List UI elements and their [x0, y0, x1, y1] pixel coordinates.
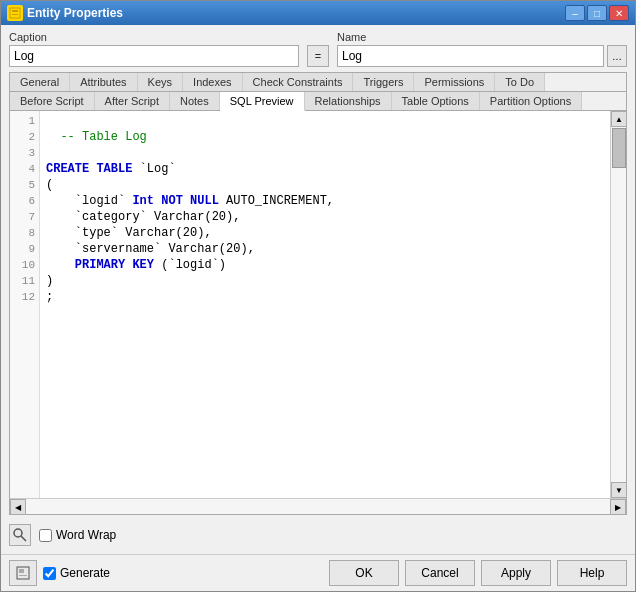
tab-row-1: General Attributes Keys Indexes Check Co… [10, 73, 626, 92]
svg-point-3 [14, 529, 22, 537]
svg-rect-2 [12, 14, 18, 15]
tab-check-constraints[interactable]: Check Constraints [243, 73, 354, 91]
tab-notes[interactable]: Notes [170, 92, 220, 110]
caption-input[interactable] [9, 45, 299, 67]
entity-icon [7, 5, 23, 21]
generate-label: Generate [60, 566, 110, 580]
tab-after-script[interactable]: After Script [95, 92, 170, 110]
entity-properties-window: Entity Properties – □ ✕ Caption = Name … [0, 0, 636, 592]
code-line-3 [46, 145, 604, 161]
line-num-10: 10 [10, 257, 39, 273]
line-num-5: 5 [10, 177, 39, 193]
word-wrap-checkbox[interactable] [39, 529, 52, 542]
name-field-group: Name … [337, 31, 627, 67]
scroll-thumb-v[interactable] [612, 128, 626, 168]
name-ellipsis-button[interactable]: … [607, 45, 627, 67]
svg-line-4 [21, 536, 26, 541]
apply-button[interactable]: Apply [481, 560, 551, 586]
title-bar-controls: – □ ✕ [565, 5, 629, 21]
line-num-11: 11 [10, 273, 39, 289]
svg-rect-6 [19, 569, 24, 573]
line-numbers: 1 2 3 4 5 6 7 8 9 10 11 12 [10, 111, 40, 498]
code-line-10: PRIMARY KEY (`logid`) [46, 257, 604, 273]
svg-rect-1 [12, 10, 18, 12]
line-num-1: 1 [10, 113, 39, 129]
tab-permissions[interactable]: Permissions [414, 73, 495, 91]
title-bar: Entity Properties – □ ✕ [1, 1, 635, 25]
line-num-3: 3 [10, 145, 39, 161]
ok-button[interactable]: OK [329, 560, 399, 586]
line-num-4: 4 [10, 161, 39, 177]
scroll-right-button[interactable]: ▶ [610, 499, 626, 515]
code-line-5: ( [46, 177, 604, 193]
tab-before-script[interactable]: Before Script [10, 92, 95, 110]
tab-to-do[interactable]: To Do [495, 73, 545, 91]
line-num-6: 6 [10, 193, 39, 209]
svg-rect-0 [10, 8, 20, 18]
code-line-9: `servername` Varchar(20), [46, 241, 604, 257]
close-button[interactable]: ✕ [609, 5, 629, 21]
cancel-button[interactable]: Cancel [405, 560, 475, 586]
code-line-6: `logid` Int NOT NULL AUTO_INCREMENT, [46, 193, 604, 209]
code-line-4: CREATE TABLE `Log` [46, 161, 604, 177]
line-num-12: 12 [10, 289, 39, 305]
tab-sql-preview[interactable]: SQL Preview [220, 92, 305, 111]
scroll-up-button[interactable]: ▲ [611, 111, 626, 127]
name-input[interactable] [337, 45, 604, 67]
tab-row-2: Before Script After Script Notes SQL Pre… [10, 92, 626, 111]
line-num-9: 9 [10, 241, 39, 257]
editor-area: 1 2 3 4 5 6 7 8 9 10 11 12 -- Table Log [10, 111, 626, 498]
generate-checkbox[interactable] [43, 567, 56, 580]
horizontal-scrollbar[interactable]: ◀ ▶ [10, 498, 626, 514]
content-area: Caption = Name … General Attributes Keys [1, 25, 635, 554]
help-button[interactable]: Help [557, 560, 627, 586]
word-wrap-checkbox-label[interactable]: Word Wrap [39, 528, 116, 542]
line-num-2: 2 [10, 129, 39, 145]
scroll-left-button[interactable]: ◀ [10, 499, 26, 515]
window-title: Entity Properties [27, 6, 123, 20]
tab-indexes[interactable]: Indexes [183, 73, 243, 91]
scroll-track-h[interactable] [26, 499, 610, 514]
tab-relationships[interactable]: Relationships [305, 92, 392, 110]
code-line-11: ) [46, 273, 604, 289]
code-line-8: `type` Varchar(20), [46, 225, 604, 241]
search-icon-btn[interactable] [9, 524, 31, 546]
code-line-2: -- Table Log [46, 129, 604, 145]
tab-triggers[interactable]: Triggers [353, 73, 414, 91]
caption-field-group: Caption [9, 31, 299, 67]
caption-label: Caption [9, 31, 299, 43]
equals-button[interactable]: = [307, 45, 329, 67]
tab-partition-options[interactable]: Partition Options [480, 92, 582, 110]
code-editor[interactable]: -- Table Log CREATE TABLE `Log` ( `logid… [40, 111, 610, 498]
title-bar-left: Entity Properties [7, 5, 123, 21]
code-line-7: `category` Varchar(20), [46, 209, 604, 225]
scroll-down-button[interactable]: ▼ [611, 482, 626, 498]
tab-table-options[interactable]: Table Options [392, 92, 480, 110]
svg-rect-7 [19, 575, 27, 576]
word-wrap-label: Word Wrap [56, 528, 116, 542]
tab-attributes[interactable]: Attributes [70, 73, 137, 91]
line-num-7: 7 [10, 209, 39, 225]
generate-checkbox-label[interactable]: Generate [43, 566, 110, 580]
scroll-track-v[interactable] [611, 127, 626, 482]
footer: Generate OK Cancel Apply Help [1, 554, 635, 591]
maximize-button[interactable]: □ [587, 5, 607, 21]
name-label: Name [337, 31, 627, 43]
footer-icon-button[interactable] [9, 560, 37, 586]
bottom-options: Word Wrap [9, 520, 627, 548]
tabs-container: General Attributes Keys Indexes Check Co… [9, 72, 627, 515]
vertical-scrollbar[interactable]: ▲ ▼ [610, 111, 626, 498]
tab-general[interactable]: General [10, 73, 70, 91]
minimize-button[interactable]: – [565, 5, 585, 21]
tab-keys[interactable]: Keys [138, 73, 183, 91]
caption-name-row: Caption = Name … [9, 31, 627, 67]
code-line-12: ; [46, 289, 604, 305]
line-num-8: 8 [10, 225, 39, 241]
code-line-1 [46, 113, 604, 129]
